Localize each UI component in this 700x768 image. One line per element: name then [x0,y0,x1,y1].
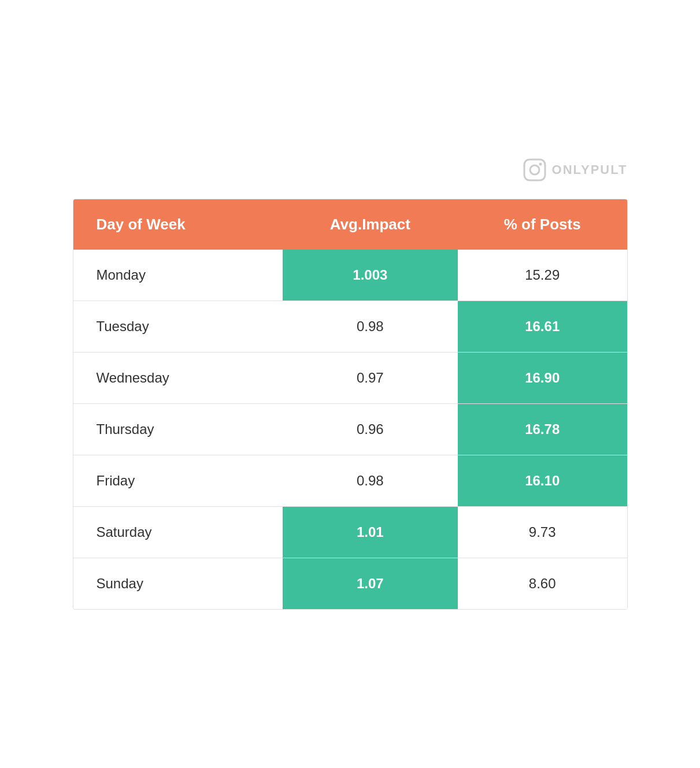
page-wrapper: ONLYPULT Day of Week Avg.Impact % of Pos… [73,158,628,610]
table-row: Thursday0.9616.78 [73,404,627,455]
table-row: Monday1.00315.29 [73,250,627,301]
data-table: Day of Week Avg.Impact % of Posts Monday… [73,199,627,609]
brand-header: ONLYPULT [523,158,628,181]
cell-day: Monday [73,250,283,301]
table-row: Sunday1.078.60 [73,558,627,610]
table-header-row: Day of Week Avg.Impact % of Posts [73,199,627,250]
table-row: Saturday1.019.73 [73,507,627,558]
cell-day: Wednesday [73,353,283,404]
cell-impact: 1.01 [283,507,458,558]
svg-point-1 [530,165,539,175]
brand-name: ONLYPULT [552,162,628,177]
cell-posts: 16.10 [458,455,627,507]
table-row: Friday0.9816.10 [73,455,627,507]
instagram-icon [523,158,546,181]
table-row: Tuesday0.9816.61 [73,301,627,353]
cell-posts: 16.90 [458,353,627,404]
cell-posts: 16.78 [458,404,627,455]
header-posts: % of Posts [458,199,627,250]
cell-impact: 1.003 [283,250,458,301]
cell-impact: 0.98 [283,301,458,353]
svg-point-2 [539,163,542,166]
table-container: Day of Week Avg.Impact % of Posts Monday… [73,199,628,610]
header-day: Day of Week [73,199,283,250]
cell-day: Thursday [73,404,283,455]
cell-posts: 15.29 [458,250,627,301]
cell-impact: 0.98 [283,455,458,507]
cell-posts: 9.73 [458,507,627,558]
cell-day: Saturday [73,507,283,558]
cell-posts: 8.60 [458,558,627,610]
table-row: Wednesday0.9716.90 [73,353,627,404]
cell-day: Tuesday [73,301,283,353]
svg-rect-0 [524,159,545,180]
cell-impact: 0.96 [283,404,458,455]
header-impact: Avg.Impact [283,199,458,250]
cell-day: Friday [73,455,283,507]
cell-impact: 0.97 [283,353,458,404]
cell-impact: 1.07 [283,558,458,610]
cell-posts: 16.61 [458,301,627,353]
cell-day: Sunday [73,558,283,610]
